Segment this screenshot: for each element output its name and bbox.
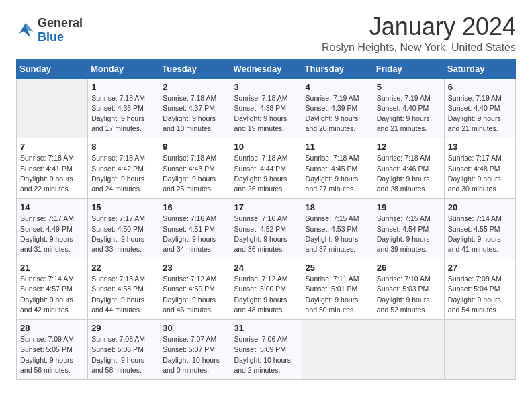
day-number: 30 (163, 323, 226, 333)
day-number: 29 (91, 323, 155, 333)
day-number: 14 (20, 202, 84, 212)
day-number: 1 (91, 82, 155, 92)
day-info: Sunrise: 7:18 AMSunset: 4:37 PMDaylight:… (163, 93, 226, 134)
day-number: 25 (306, 263, 369, 273)
day-info: Sunrise: 7:18 AMSunset: 4:43 PMDaylight:… (163, 153, 226, 194)
calendar-cell: 14Sunrise: 7:17 AMSunset: 4:49 PMDayligh… (17, 199, 88, 259)
day-number: 13 (448, 142, 512, 152)
calendar-cell: 17Sunrise: 7:16 AMSunset: 4:52 PMDayligh… (230, 199, 302, 259)
calendar-cell: 16Sunrise: 7:16 AMSunset: 4:51 PMDayligh… (159, 199, 230, 259)
day-number: 4 (306, 82, 369, 92)
day-info: Sunrise: 7:19 AMSunset: 4:40 PMDaylight:… (377, 93, 441, 134)
day-info: Sunrise: 7:14 AMSunset: 4:57 PMDaylight:… (20, 274, 84, 315)
day-info: Sunrise: 7:17 AMSunset: 4:50 PMDaylight:… (91, 214, 155, 255)
day-info: Sunrise: 7:10 AMSunset: 5:03 PMDaylight:… (377, 274, 441, 315)
calendar-cell (17, 78, 88, 138)
day-number: 21 (20, 263, 84, 273)
calendar-cell: 26Sunrise: 7:10 AMSunset: 5:03 PMDayligh… (373, 259, 444, 320)
weekday-header-friday: Friday (373, 59, 444, 78)
day-number: 11 (306, 142, 369, 152)
day-info: Sunrise: 7:15 AMSunset: 4:53 PMDaylight:… (306, 214, 369, 255)
logo-blue-text: Blue (38, 30, 64, 44)
calendar-cell: 21Sunrise: 7:14 AMSunset: 4:57 PMDayligh… (17, 259, 88, 320)
calendar-cell: 3Sunrise: 7:18 AMSunset: 4:38 PMDaylight… (230, 78, 302, 138)
day-number: 24 (234, 263, 298, 273)
day-number: 22 (91, 263, 155, 273)
calendar-cell: 18Sunrise: 7:15 AMSunset: 4:53 PMDayligh… (302, 199, 373, 259)
weekday-header-wednesday: Wednesday (230, 59, 302, 78)
calendar-cell: 28Sunrise: 7:09 AMSunset: 5:05 PMDayligh… (17, 320, 88, 380)
calendar-cell: 1Sunrise: 7:18 AMSunset: 4:36 PMDaylight… (88, 78, 159, 138)
day-info: Sunrise: 7:18 AMSunset: 4:45 PMDaylight:… (306, 153, 369, 194)
calendar-cell: 7Sunrise: 7:18 AMSunset: 4:41 PMDaylight… (17, 138, 88, 199)
day-info: Sunrise: 7:11 AMSunset: 5:01 PMDaylight:… (306, 274, 369, 315)
calendar-cell: 22Sunrise: 7:13 AMSunset: 4:58 PMDayligh… (88, 259, 159, 320)
day-info: Sunrise: 7:19 AMSunset: 4:39 PMDaylight:… (306, 93, 369, 134)
day-number: 2 (163, 82, 226, 92)
day-info: Sunrise: 7:08 AMSunset: 5:06 PMDaylight:… (91, 334, 155, 375)
day-info: Sunrise: 7:12 AMSunset: 5:00 PMDaylight:… (234, 274, 298, 315)
day-info: Sunrise: 7:15 AMSunset: 4:54 PMDaylight:… (377, 214, 441, 255)
day-info: Sunrise: 7:16 AMSunset: 4:52 PMDaylight:… (234, 214, 298, 255)
day-info: Sunrise: 7:18 AMSunset: 4:36 PMDaylight:… (91, 93, 155, 134)
logo-icon (16, 21, 35, 40)
weekday-header-sunday: Sunday (17, 59, 88, 78)
logo: General Blue (16, 16, 83, 44)
day-info: Sunrise: 7:17 AMSunset: 4:48 PMDaylight:… (448, 153, 512, 194)
calendar-cell (444, 320, 515, 380)
day-info: Sunrise: 7:19 AMSunset: 4:40 PMDaylight:… (448, 93, 512, 134)
calendar-cell: 5Sunrise: 7:19 AMSunset: 4:40 PMDaylight… (373, 78, 444, 138)
calendar-cell: 6Sunrise: 7:19 AMSunset: 4:40 PMDaylight… (444, 78, 515, 138)
day-info: Sunrise: 7:07 AMSunset: 5:07 PMDaylight:… (163, 334, 226, 375)
day-number: 19 (377, 202, 441, 212)
calendar-cell: 29Sunrise: 7:08 AMSunset: 5:06 PMDayligh… (88, 320, 159, 380)
day-number: 5 (377, 82, 441, 92)
weekday-header-thursday: Thursday (302, 59, 373, 78)
calendar-cell: 30Sunrise: 7:07 AMSunset: 5:07 PMDayligh… (159, 320, 230, 380)
weekday-header-tuesday: Tuesday (159, 59, 230, 78)
calendar-cell: 27Sunrise: 7:09 AMSunset: 5:04 PMDayligh… (444, 259, 515, 320)
logo-general-text: General (38, 16, 83, 30)
day-info: Sunrise: 7:18 AMSunset: 4:46 PMDaylight:… (377, 153, 441, 194)
day-number: 3 (234, 82, 298, 92)
day-number: 17 (234, 202, 298, 212)
day-info: Sunrise: 7:09 AMSunset: 5:04 PMDaylight:… (448, 274, 512, 315)
calendar-subtitle: Roslyn Heights, New York, United States (322, 42, 516, 54)
day-number: 28 (20, 323, 84, 333)
calendar-cell: 15Sunrise: 7:17 AMSunset: 4:50 PMDayligh… (88, 199, 159, 259)
day-number: 23 (163, 263, 226, 273)
calendar-cell: 10Sunrise: 7:18 AMSunset: 4:44 PMDayligh… (230, 138, 302, 199)
day-number: 6 (448, 82, 512, 92)
day-number: 7 (20, 142, 84, 152)
day-info: Sunrise: 7:13 AMSunset: 4:58 PMDaylight:… (91, 274, 155, 315)
calendar-cell: 25Sunrise: 7:11 AMSunset: 5:01 PMDayligh… (302, 259, 373, 320)
calendar-cell: 8Sunrise: 7:18 AMSunset: 4:42 PMDaylight… (88, 138, 159, 199)
day-number: 20 (448, 202, 512, 212)
weekday-header-monday: Monday (88, 59, 159, 78)
calendar-cell (302, 320, 373, 380)
day-info: Sunrise: 7:09 AMSunset: 5:05 PMDaylight:… (20, 334, 84, 375)
weekday-header-saturday: Saturday (444, 59, 515, 78)
day-number: 10 (234, 142, 298, 152)
day-number: 26 (377, 263, 441, 273)
calendar-cell: 2Sunrise: 7:18 AMSunset: 4:37 PMDaylight… (159, 78, 230, 138)
day-info: Sunrise: 7:12 AMSunset: 4:59 PMDaylight:… (163, 274, 226, 315)
day-info: Sunrise: 7:18 AMSunset: 4:44 PMDaylight:… (234, 153, 298, 194)
day-info: Sunrise: 7:14 AMSunset: 4:55 PMDaylight:… (448, 214, 512, 255)
calendar-cell (373, 320, 444, 380)
day-number: 31 (234, 323, 298, 333)
day-number: 9 (163, 142, 226, 152)
title-area: January 2024 Roslyn Heights, New York, U… (322, 13, 516, 54)
day-info: Sunrise: 7:18 AMSunset: 4:38 PMDaylight:… (234, 93, 298, 134)
day-number: 15 (91, 202, 155, 212)
page-header: General Blue January 2024 Roslyn Heights… (16, 13, 516, 54)
calendar-cell: 19Sunrise: 7:15 AMSunset: 4:54 PMDayligh… (373, 199, 444, 259)
day-number: 12 (377, 142, 441, 152)
calendar-table: SundayMondayTuesdayWednesdayThursdayFrid… (16, 59, 516, 380)
day-number: 18 (306, 202, 369, 212)
day-info: Sunrise: 7:18 AMSunset: 4:42 PMDaylight:… (91, 153, 155, 194)
calendar-title: January 2024 (322, 13, 516, 40)
calendar-cell: 31Sunrise: 7:06 AMSunset: 5:09 PMDayligh… (230, 320, 302, 380)
calendar-cell: 11Sunrise: 7:18 AMSunset: 4:45 PMDayligh… (302, 138, 373, 199)
calendar-cell: 24Sunrise: 7:12 AMSunset: 5:00 PMDayligh… (230, 259, 302, 320)
